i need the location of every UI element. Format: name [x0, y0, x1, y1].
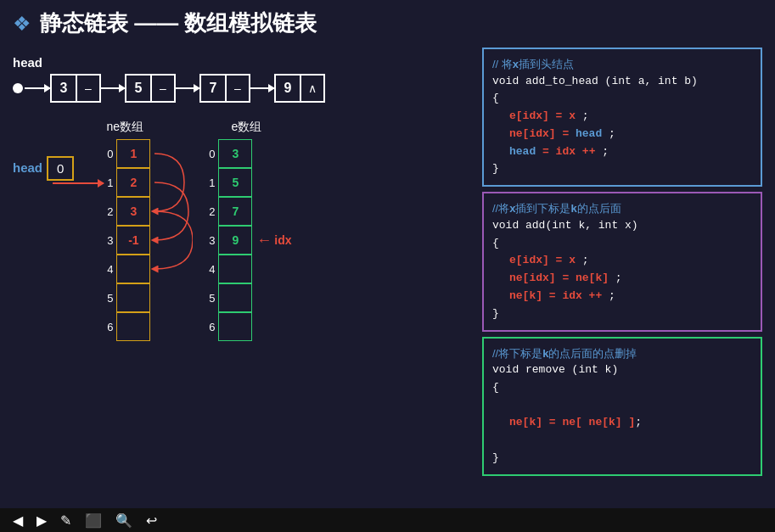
- toolbar-pen-btn[interactable]: ✎: [56, 511, 76, 530]
- e-cell-1: 5: [218, 168, 252, 197]
- comment-add-to-head: // 将x插到头结点: [492, 56, 752, 73]
- node-value-2: 7: [201, 74, 227, 103]
- ne-curves-svg: [150, 139, 193, 341]
- head-dot: [13, 83, 23, 93]
- toolbar-search-btn[interactable]: 🔍: [111, 511, 137, 530]
- e-index-6: 6: [201, 312, 218, 341]
- ne-cell-4: [116, 255, 150, 283]
- ne-cell-3: -1: [116, 226, 150, 255]
- comment-remove: //将下标是k的点后面的点删掉: [492, 345, 752, 362]
- brace-close-2: }: [492, 450, 752, 468]
- body-add-2: ne[k] = idx ++ ;: [492, 288, 752, 305]
- ne-cell-0: 1: [116, 139, 150, 168]
- e-index-5: 5: [201, 283, 218, 312]
- left-side: head 3 – 5 –: [8, 42, 478, 508]
- e-index-2: 2: [201, 197, 218, 226]
- brace-close-1: }: [492, 305, 752, 323]
- body-remove-1: ne[k] = ne[ ne[k] ];: [492, 414, 752, 432]
- list-node-1: 5 –: [125, 74, 176, 103]
- toolbar-prev-btn[interactable]: ◀: [8, 511, 27, 530]
- e-label: e数组: [201, 120, 291, 135]
- node-value-3: 9: [276, 74, 301, 103]
- diamond-icon: ❖: [13, 12, 31, 36]
- head-box-label: head: [13, 160, 42, 175]
- comment-add: //将x插到下标是k的点后面: [492, 200, 752, 217]
- ne-index-4: 4: [99, 255, 116, 283]
- ne-data-col: 1 2 3 -1: [116, 139, 150, 341]
- page-title: 静态链表 —— 数组模拟链表: [40, 8, 317, 38]
- body-add-1: ne[idx] = ne[k] ;: [492, 270, 752, 288]
- ne-index-3: 3: [99, 226, 116, 255]
- head-box-section: head 0: [13, 120, 74, 189]
- e-cell-6: [218, 312, 252, 341]
- title-area: ❖ 静态链表 —— 数组模拟链表: [0, 0, 775, 42]
- body-remove-2: [492, 432, 752, 450]
- e-cell-3: 9: [218, 226, 252, 255]
- e-index-0: 0: [201, 139, 218, 168]
- e-index-4: 4: [201, 255, 218, 283]
- bottom-toolbar: ◀ ▶ ✎ ⬛ 🔍 ↩: [0, 508, 775, 532]
- node-next-2: –: [227, 74, 249, 103]
- toolbar-screen-btn[interactable]: ⬛: [81, 511, 106, 530]
- head-box-value: 0: [47, 156, 74, 181]
- ne-cell-2: 3: [116, 197, 150, 226]
- list-arrow-0: [25, 87, 50, 89]
- e-index-3: 3: [201, 226, 218, 255]
- main-container: ❖ 静态链表 —— 数组模拟链表 head 3 –: [0, 0, 775, 532]
- body-add-to-head-1: ne[idx] = head ;: [492, 126, 752, 143]
- brace-open-2: {: [492, 379, 752, 397]
- list-node-2: 7 –: [199, 74, 250, 103]
- idx-label: ← idx: [256, 232, 291, 249]
- list-connector-0: [101, 87, 125, 89]
- ne-index-6: 6: [99, 312, 116, 341]
- e-index-col: 0 1 2 3 4 5 6: [201, 139, 218, 341]
- ne-index-col: 0 1 2 3 4 5 6: [99, 139, 116, 341]
- head-label: head: [13, 55, 465, 70]
- code-panel-add-to-head: // 将x插到头结点 void add_to_head (int a, int …: [482, 48, 762, 187]
- node-value-0: 3: [52, 74, 77, 103]
- ne-cell-1: 2: [116, 168, 150, 197]
- toolbar-undo-btn[interactable]: ↩: [142, 511, 161, 530]
- list-node-3: 9 ∧: [274, 74, 325, 103]
- linked-list-section: head 3 – 5 –: [8, 47, 478, 107]
- list-diagram: 3 – 5 – 7 –: [13, 74, 465, 103]
- code-panel-add: //将x插到下标是k的点后面 void add(int k, int x) { …: [482, 192, 762, 331]
- ne-array-container: ne数组 0 1 2 3 4 5: [99, 120, 150, 341]
- body-add-to-head-0: e[idx] = x ;: [492, 108, 752, 126]
- brace-close-0: }: [492, 160, 752, 178]
- node-value-1: 5: [126, 74, 152, 103]
- brace-open-0: {: [492, 90, 752, 108]
- ne-index-5: 5: [99, 283, 116, 312]
- list-connector-1: [176, 87, 199, 89]
- e-cell-0: 3: [218, 139, 252, 168]
- e-cell-2: 7: [218, 197, 252, 226]
- code-panel-remove: //将下标是k的点后面的点删掉 void remove (int k) { ne…: [482, 337, 762, 476]
- e-data-col: 3 5 7 9 ← idx: [218, 139, 291, 341]
- body-remove-0: [492, 397, 752, 415]
- body-add-to-head-2: head = idx ++ ;: [492, 143, 752, 161]
- ne-label: ne数组: [99, 120, 150, 135]
- e-index-1: 1: [201, 168, 218, 197]
- ne-index-0: 0: [99, 139, 116, 168]
- right-side: // 将x插到头结点 void add_to_head (int a, int …: [478, 42, 767, 508]
- sig-add-to-head: void add_to_head (int a, int b): [492, 73, 752, 91]
- e-cell-5: [218, 283, 252, 312]
- ne-index-2: 2: [99, 197, 116, 226]
- e-array-container: e数组 0 1 2 3 4 5 6: [201, 120, 291, 341]
- sig-remove: void remove (int k): [492, 361, 752, 379]
- list-connector-2: [250, 87, 274, 89]
- node-next-0: –: [77, 74, 99, 103]
- e-cell-4: [218, 255, 252, 283]
- node-next-3: ∧: [301, 74, 323, 103]
- array-section: head 0 ne数组 0: [8, 111, 478, 350]
- sig-add: void add(int k, int x): [492, 217, 752, 235]
- body-add-0: e[idx] = x ;: [492, 252, 752, 270]
- ne-cell-6: [116, 312, 150, 341]
- node-next-1: –: [152, 74, 174, 103]
- toolbar-next-btn[interactable]: ▶: [32, 511, 51, 530]
- content-area: head 3 – 5 –: [0, 42, 775, 508]
- brace-open-1: {: [492, 235, 752, 253]
- ne-cell-5: [116, 283, 150, 312]
- list-node-0: 3 –: [50, 74, 101, 103]
